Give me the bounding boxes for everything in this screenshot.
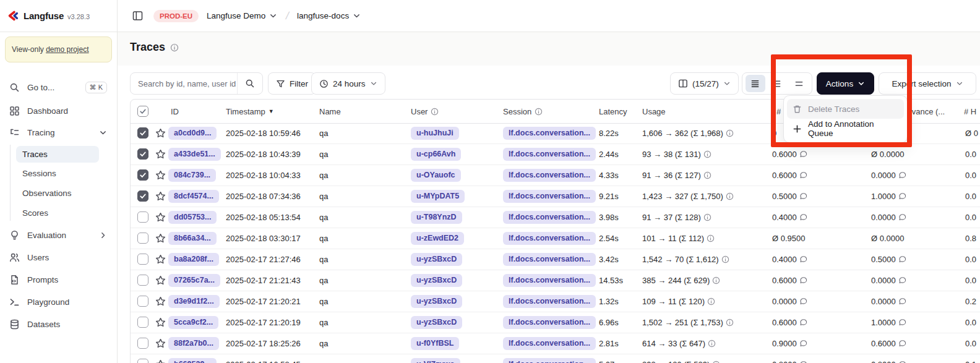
star-icon[interactable]	[155, 144, 166, 164]
row-checkbox[interactable]	[137, 317, 148, 328]
table-row[interactable]: a433de51...2025-02-18 10:43:39qau-cp66Av…	[131, 144, 980, 165]
row-checkbox[interactable]	[137, 127, 148, 139]
table-row[interactable]: 8dcf4574...2025-02-18 07:34:36qau-MYpDAT…	[131, 186, 980, 207]
header-timestamp[interactable]: Timestamp▼	[226, 100, 274, 123]
row-checkbox[interactable]	[137, 359, 148, 363]
menu-item-add-to-annotation-queue[interactable]: Add to Annotation Queue	[787, 119, 904, 139]
star-icon[interactable]	[155, 123, 166, 143]
row-checkbox[interactable]	[137, 211, 148, 223]
user-badge[interactable]: u-huJhuJi	[411, 127, 459, 140]
sidebar-item-evaluation[interactable]: Evaluation	[5, 227, 113, 244]
session-badge[interactable]: lf.docs.conversation...	[503, 190, 596, 203]
row-checkbox[interactable]	[137, 169, 148, 181]
sidebar-item-goto[interactable]: Go to... ⌘ K	[5, 79, 113, 96]
table-row[interactable]: b669529...2025-02-17 16:58:45qau-VIZzvwo…	[131, 354, 980, 363]
user-badge[interactable]: u-yzSBxcD	[411, 295, 462, 308]
user-badge[interactable]: u-yzSBxcD	[411, 253, 462, 266]
user-badge[interactable]: u-cp66Avh	[411, 148, 461, 161]
sidebar-item-prompts[interactable]: Prompts	[5, 271, 113, 288]
user-badge[interactable]: u-yzSBxcD	[411, 274, 462, 287]
actions-button[interactable]: Actions	[817, 72, 874, 95]
table-row[interactable]: dd05753...2025-02-18 05:13:54qau-T98YnzD…	[131, 207, 980, 228]
sidebar-item-observations[interactable]: Observations	[16, 185, 99, 202]
filter-button[interactable]: Filter	[268, 72, 316, 95]
sidebar-item-playground[interactable]: Playground	[5, 294, 113, 310]
chevron-down-icon[interactable]	[353, 12, 361, 20]
star-icon[interactable]	[155, 165, 166, 186]
trace-id-badge[interactable]: b669529...	[168, 358, 217, 363]
menu-item-delete-traces[interactable]: Delete Traces	[787, 99, 904, 119]
table-row[interactable]: 084c739...2025-02-18 10:04:33qau-OYauofc…	[131, 165, 980, 186]
session-badge[interactable]: lf.docs.conversation...	[503, 169, 596, 182]
session-badge[interactable]: lf.docs.conversation...	[503, 127, 596, 140]
trace-id-badge[interactable]: d3e9d1f2...	[168, 295, 220, 308]
row-checkbox[interactable]	[137, 254, 148, 265]
session-badge[interactable]: lf.docs.conversation...	[503, 358, 596, 363]
trace-id-badge[interactable]: 5cca9cf2...	[168, 316, 218, 329]
star-icon[interactable]	[155, 270, 166, 291]
user-badge[interactable]: u-zEwdED2	[411, 232, 464, 245]
session-badge[interactable]: lf.docs.conversation...	[503, 274, 596, 287]
row-height-medium-button[interactable]	[767, 75, 787, 92]
table-row[interactable]: d3e9d1f2...2025-02-17 21:20:21qau-yzSBxc…	[131, 291, 980, 312]
trace-id-badge[interactable]: 88f2a7b0...	[168, 337, 219, 350]
table-row[interactable]: ba8a208f...2025-02-17 21:27:46qau-yzSBxc…	[131, 249, 980, 270]
trace-id-badge[interactable]: 8b66a34...	[168, 232, 217, 245]
demo-project-link[interactable]: demo project	[46, 45, 88, 54]
trace-id-badge[interactable]: dd05753...	[168, 211, 217, 224]
trace-id-badge[interactable]: a0cd0d9...	[168, 127, 217, 140]
session-badge[interactable]: lf.docs.conversation...	[503, 211, 596, 224]
user-badge[interactable]: u-yzSBxcD	[411, 316, 462, 329]
user-badge[interactable]: u-VIZzvwo	[411, 358, 460, 363]
export-selection-button[interactable]: Export selection	[879, 72, 976, 95]
sidebar-item-datasets[interactable]: Datasets	[5, 316, 113, 333]
sidebar-item-scores[interactable]: Scores	[16, 205, 99, 221]
row-checkbox[interactable]	[137, 148, 148, 160]
select-all-checkbox[interactable]	[137, 106, 148, 117]
user-badge[interactable]: u-f0YfBSL	[411, 337, 459, 350]
star-icon[interactable]	[155, 228, 166, 249]
row-checkbox[interactable]	[137, 275, 148, 286]
row-height-large-button[interactable]	[789, 75, 809, 92]
table-row[interactable]: 5cca9cf2...2025-02-17 21:20:19qau-yzSBxc…	[131, 312, 980, 333]
table-row[interactable]: 8b66a34...2025-02-18 03:30:17qau-zEwdED2…	[131, 228, 980, 249]
session-badge[interactable]: lf.docs.conversation...	[503, 316, 596, 329]
trace-id-badge[interactable]: 07265c7a...	[168, 274, 220, 287]
search-input[interactable]	[131, 74, 237, 93]
star-icon[interactable]	[155, 354, 166, 363]
row-checkbox[interactable]	[137, 233, 148, 244]
sidebar-item-traces[interactable]: Traces	[16, 146, 99, 163]
star-icon[interactable]	[155, 291, 166, 312]
panel-left-icon[interactable]	[132, 10, 144, 22]
trace-id-badge[interactable]: 084c739...	[168, 169, 216, 182]
user-badge[interactable]: u-MYpDAT5	[411, 190, 465, 203]
star-icon[interactable]	[155, 249, 166, 270]
sidebar-item-dashboard[interactable]: Dashboard	[5, 103, 113, 119]
user-badge[interactable]: u-T98YnzD	[411, 211, 462, 224]
session-badge[interactable]: lf.docs.conversation...	[503, 232, 596, 245]
columns-button[interactable]: (15/27)	[670, 72, 739, 95]
sidebar-item-sessions[interactable]: Sessions	[16, 165, 99, 182]
trace-id-badge[interactable]: 8dcf4574...	[168, 190, 219, 203]
chevron-down-icon[interactable]	[269, 12, 277, 20]
time-range-button[interactable]: 24 hours	[311, 72, 385, 95]
sidebar-item-users[interactable]: Users	[5, 249, 113, 266]
row-checkbox[interactable]	[137, 296, 148, 307]
trace-id-badge[interactable]: ba8a208f...	[168, 253, 219, 266]
table-row[interactable]: 07265c7a...2025-02-17 21:21:43qau-yzSBxc…	[131, 270, 980, 291]
star-icon[interactable]	[155, 207, 166, 228]
user-badge[interactable]: u-OYauofc	[411, 169, 461, 182]
row-checkbox[interactable]	[137, 190, 148, 202]
sidebar-item-tracing[interactable]: Tracing	[5, 124, 113, 141]
org-breadcrumb[interactable]: Langfuse Demo	[207, 11, 265, 20]
table-row[interactable]: 88f2a7b0...2025-02-17 18:25:26qau-f0YfBS…	[131, 333, 980, 354]
trace-id-badge[interactable]: a433de51...	[168, 148, 221, 161]
session-badge[interactable]: lf.docs.conversation...	[503, 148, 596, 161]
project-breadcrumb[interactable]: langfuse-docs	[297, 11, 349, 20]
search-submit-icon[interactable]	[237, 73, 262, 94]
session-badge[interactable]: lf.docs.conversation...	[503, 337, 596, 350]
session-badge[interactable]: lf.docs.conversation...	[503, 253, 596, 266]
star-icon[interactable]	[155, 312, 166, 333]
row-checkbox[interactable]	[137, 338, 148, 349]
row-height-small-button[interactable]	[746, 75, 765, 92]
